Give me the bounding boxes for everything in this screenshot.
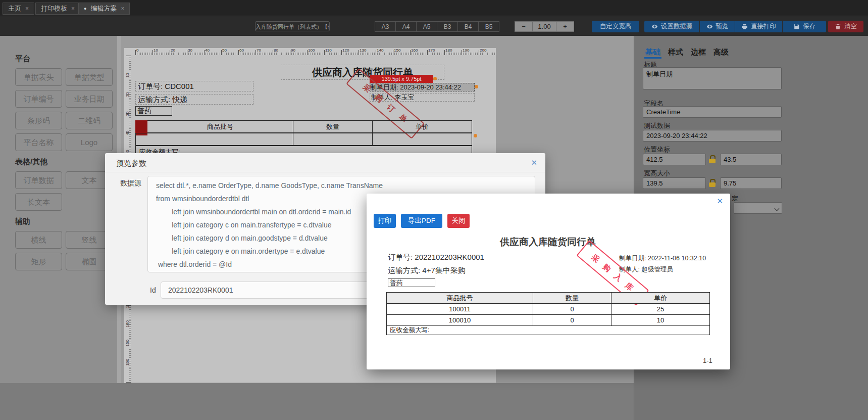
- sidebar-item-业务日期[interactable]: 业务日期: [66, 90, 113, 108]
- test-data-input[interactable]: [643, 130, 782, 142]
- table-empty-cell[interactable]: [372, 133, 472, 146]
- ruler-number: 80: [274, 48, 278, 53]
- sidebar-item-单据表头[interactable]: 单据表头: [15, 68, 62, 86]
- custom-size-button[interactable]: 自定义宽高: [592, 21, 639, 32]
- close-icon[interactable]: ✕: [717, 197, 723, 206]
- field-name-input[interactable]: [643, 106, 782, 118]
- panel-select[interactable]: [734, 202, 782, 214]
- tab-edit-scheme[interactable]: ● 编辑方案 ×: [78, 3, 130, 15]
- panel-tab-advanced[interactable]: 高级: [713, 48, 729, 57]
- ruler-number: 110: [325, 48, 332, 53]
- active-dot-icon: ●: [84, 6, 86, 11]
- paper-size-B5[interactable]: B5: [478, 21, 499, 32]
- size-label: 宽高大小: [644, 169, 670, 178]
- clear-button[interactable]: 清空: [828, 21, 863, 32]
- resize-handle[interactable]: [433, 77, 437, 80]
- size-tooltip: 139.5pt x 9.75pt: [370, 75, 433, 83]
- sidebar-item-长文本[interactable]: 长文本: [15, 193, 62, 211]
- sidebar-item-二维码[interactable]: 二维码: [66, 112, 113, 129]
- ruler-number: 40: [125, 128, 130, 135]
- resize-handle[interactable]: [475, 85, 478, 88]
- lock-icon[interactable]: [709, 179, 716, 187]
- zoom-out-button[interactable]: −: [515, 21, 533, 32]
- print-button[interactable]: 打印: [374, 214, 396, 228]
- zoom-in-button[interactable]: +: [556, 21, 574, 32]
- position-label: 位置坐标: [644, 145, 670, 154]
- panel-tab-basic[interactable]: 基础: [645, 48, 660, 57]
- ruler-number: 30: [125, 109, 130, 116]
- drug-type-element[interactable]: 普药: [135, 106, 172, 116]
- divider: [105, 172, 545, 172]
- table-header-qty[interactable]: 数量: [293, 120, 373, 133]
- panel-tab-style[interactable]: 样式: [668, 48, 683, 57]
- id-label: Id: [150, 286, 156, 294]
- sidebar: 平台单据表头单据类型订单编号业务日期条形码二维码平台名称Logo表格/其他订单数…: [0, 36, 121, 383]
- sidebar-item-订单编号[interactable]: 订单编号: [15, 90, 62, 108]
- tab-home[interactable]: 主页 ×: [3, 3, 34, 15]
- table-row: 100010010: [387, 315, 710, 326]
- ruler-number: 10: [154, 48, 158, 53]
- sidebar-section-title: 平台: [15, 54, 121, 64]
- panel-tab-border[interactable]: 边框: [691, 48, 706, 57]
- lock-icon[interactable]: [709, 155, 716, 163]
- set-datasource-button[interactable]: 设置数据源: [644, 21, 699, 32]
- direct-print-button[interactable]: 直接打印: [735, 21, 782, 32]
- table-empty-cell[interactable]: [135, 133, 293, 146]
- table-row: 100011025: [387, 304, 710, 315]
- tab-close-icon[interactable]: ×: [25, 5, 29, 12]
- ruler-number: 90: [291, 48, 295, 53]
- paper-size-B4[interactable]: B4: [457, 21, 479, 32]
- table-cell: 100010: [387, 315, 533, 326]
- pos-x-input[interactable]: [643, 154, 706, 165]
- close-button[interactable]: 关闭: [447, 214, 470, 228]
- sidebar-item-平台名称[interactable]: 平台名称: [15, 133, 62, 151]
- ruler-number: 40: [205, 48, 210, 53]
- tab-print-template[interactable]: 打印模板 ×: [35, 3, 80, 15]
- resize-handle[interactable]: [474, 134, 477, 137]
- preview-button[interactable]: 预览: [700, 21, 735, 32]
- ruler-number: 0: [136, 48, 138, 53]
- table-cell: 10: [611, 315, 710, 326]
- header-batch: 商品批号: [387, 293, 533, 304]
- sidebar-item-矩形[interactable]: 矩形: [15, 253, 62, 270]
- ruler-number: 20: [125, 90, 130, 97]
- ruler-number: 170: [428, 48, 435, 53]
- order-no-element[interactable]: 订单号: CDC001: [135, 81, 253, 91]
- sidebar-item-订单数据[interactable]: 订单数据: [15, 171, 62, 189]
- save-label: 保存: [803, 22, 815, 31]
- template-name-input[interactable]: 入库随货同行单（列表式）【带: [255, 21, 330, 31]
- export-pdf-button[interactable]: 导出PDF: [401, 214, 442, 228]
- ruler-number: 130: [360, 48, 366, 53]
- ruler-number: 50: [222, 48, 227, 53]
- preview-table: 商品批号 数量 单价 100011025100010010 应收金额大写:: [386, 292, 710, 335]
- preview-label: 预览: [716, 22, 729, 31]
- sidebar-item-Logo[interactable]: Logo: [66, 133, 113, 151]
- table-header-price[interactable]: 单价: [372, 120, 472, 133]
- title-field[interactable]: 制单日期: [643, 67, 782, 89]
- tab-close-icon[interactable]: ×: [71, 5, 75, 12]
- trash-icon: [835, 23, 841, 30]
- header-qty: 数量: [533, 293, 611, 304]
- ruler-number: 30: [188, 48, 192, 53]
- zoom-value[interactable]: 1.00: [532, 21, 556, 32]
- sidebar-item-条形码[interactable]: 条形码: [15, 112, 62, 129]
- paper-size-A5[interactable]: A5: [416, 21, 437, 32]
- close-icon[interactable]: ✕: [531, 158, 537, 167]
- preview-drug-type: 普药: [388, 278, 435, 287]
- table-cell: 0: [533, 304, 611, 315]
- sidebar-item-单据类型[interactable]: 单据类型: [66, 68, 113, 86]
- height-input[interactable]: [720, 177, 782, 189]
- table-cell: 100011: [387, 304, 533, 315]
- width-input[interactable]: [643, 177, 706, 189]
- sidebar-item-横线[interactable]: 横线: [15, 231, 62, 249]
- paper-size-B3[interactable]: B3: [437, 21, 458, 32]
- tab-close-icon[interactable]: ×: [121, 5, 124, 12]
- save-button[interactable]: 保存: [783, 21, 826, 32]
- paper-size-A4[interactable]: A4: [395, 21, 417, 32]
- table-header-batch[interactable]: 商品批号: [147, 120, 293, 133]
- transport-element[interactable]: 运输方式: 快递: [135, 94, 253, 105]
- table-empty-cell[interactable]: [293, 133, 373, 146]
- preview-transport: 运输方式: 4+7集中采购: [388, 266, 466, 275]
- pos-y-input[interactable]: [720, 154, 782, 165]
- paper-size-A3[interactable]: A3: [375, 21, 396, 32]
